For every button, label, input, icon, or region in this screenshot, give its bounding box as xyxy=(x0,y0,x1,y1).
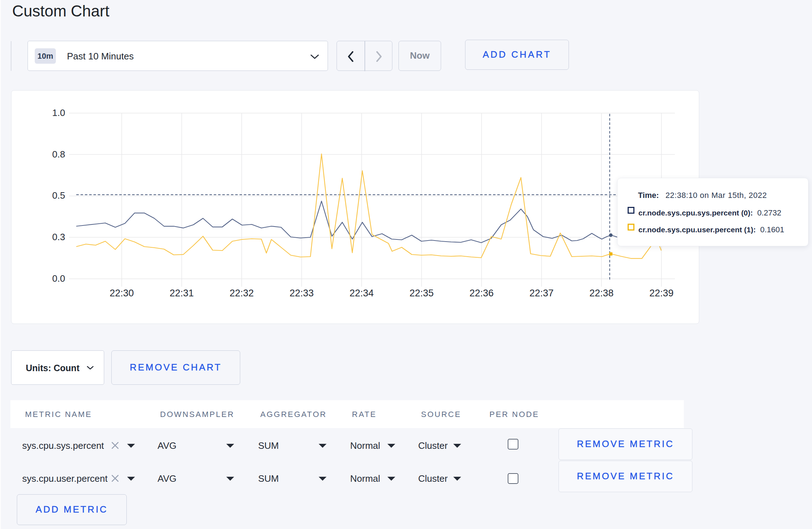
svg-text:22:35: 22:35 xyxy=(410,288,434,299)
svg-text:22:39: 22:39 xyxy=(649,288,674,299)
svg-text:22:34: 22:34 xyxy=(349,288,374,299)
svg-text:22:36: 22:36 xyxy=(469,288,494,299)
svg-text:0.0: 0.0 xyxy=(52,273,65,284)
svg-text:0.5: 0.5 xyxy=(52,190,65,201)
svg-text:22:33: 22:33 xyxy=(290,288,314,299)
svg-text:22:30: 22:30 xyxy=(110,288,134,299)
svg-text:22:32: 22:32 xyxy=(229,288,254,299)
svg-text:22:38: 22:38 xyxy=(589,288,614,299)
svg-text:0.3: 0.3 xyxy=(52,232,65,242)
svg-text:0.8: 0.8 xyxy=(52,149,65,160)
svg-text:1.0: 1.0 xyxy=(52,107,65,118)
svg-text:22:31: 22:31 xyxy=(170,288,194,299)
svg-text:22:37: 22:37 xyxy=(530,288,554,299)
